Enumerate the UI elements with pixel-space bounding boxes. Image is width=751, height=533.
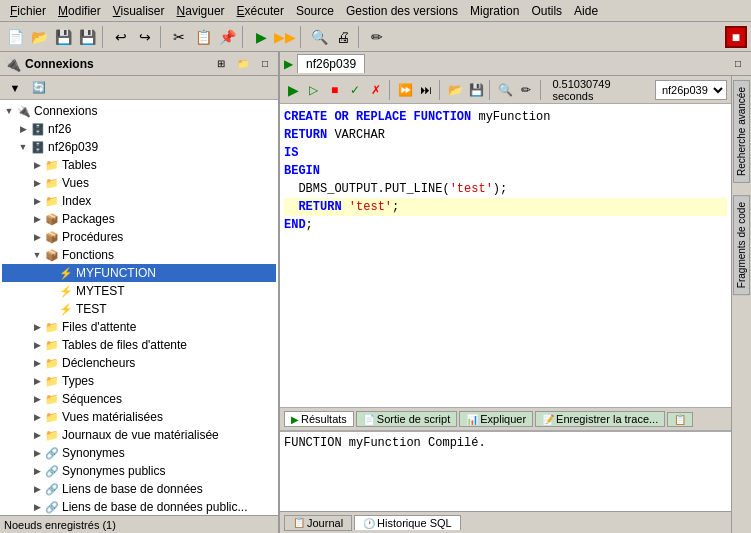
script-output-tab[interactable]: 📄 Sortie de script [356,411,457,427]
tree-item-synonymes_publics[interactable]: ▶🔗Synonymes publics [2,462,276,480]
menu-fichier[interactable]: Fichier [4,2,52,20]
run-sql-btn[interactable]: ▶ [284,80,303,100]
tree-item-tables_files[interactable]: ▶📁Tables de files d'attente [2,336,276,354]
save-button[interactable]: 💾 [52,26,74,48]
menu-visualiser[interactable]: Visualiser [107,2,171,20]
code-fragments-tab[interactable]: Fragments de code [733,195,750,295]
search-sql-btn[interactable]: 🔍 [496,80,515,100]
menu-aide[interactable]: Aide [568,2,604,20]
undo-button[interactable]: ↩ [110,26,132,48]
tree-item-journaux_vues[interactable]: ▶📁Journaux de vue matérialisée [2,426,276,444]
expand-icon-journaux_vues[interactable]: ▶ [30,428,44,442]
run-script-btn[interactable]: ▷ [305,80,324,100]
menu-executer[interactable]: Exécuter [231,2,290,20]
step-btn[interactable]: ⏩ [396,80,415,100]
print-button[interactable]: 🖨 [332,26,354,48]
expand-icon-test[interactable] [44,302,58,316]
save-all-button[interactable]: 💾 [76,26,98,48]
commit-btn[interactable]: ✓ [346,80,365,100]
right-maximize[interactable]: □ [729,55,747,73]
expand-icon-packages[interactable]: ▶ [30,212,44,226]
expand-icon-types[interactable]: ▶ [30,374,44,388]
advanced-search-tab[interactable]: Recherche avancée [733,80,750,183]
expand-icon-nf26[interactable]: ▶ [16,122,30,136]
cut-button[interactable]: ✂ [168,26,190,48]
tree-item-index[interactable]: ▶📁Index [2,192,276,210]
run-button[interactable]: ▶ [250,26,272,48]
tree-item-declencheurs[interactable]: ▶📁Déclencheurs [2,354,276,372]
tree-item-connexions[interactable]: ▼🔌Connexions [2,102,276,120]
menu-gestion[interactable]: Gestion des versions [340,2,464,20]
tree-item-nf26p039[interactable]: ▼🗄️nf26p039 [2,138,276,156]
tree-item-fonctions[interactable]: ▼📦Fonctions [2,246,276,264]
expand-icon-files_attente[interactable]: ▶ [30,320,44,334]
tree-item-tables[interactable]: ▶📁Tables [2,156,276,174]
expand-icon-vues_materialisees[interactable]: ▶ [30,410,44,424]
new-button[interactable]: 📄 [4,26,26,48]
stop-button[interactable]: ■ [725,26,747,48]
debug-button[interactable]: ▶▶ [274,26,296,48]
expand-icon-connexions[interactable]: ▼ [2,104,16,118]
tree-item-sequences[interactable]: ▶📁Séquences [2,390,276,408]
expand-icon-fonctions[interactable]: ▼ [30,248,44,262]
tree-item-packages[interactable]: ▶📦Packages [2,210,276,228]
expand-icon-myfunction[interactable] [44,266,58,280]
edit-btn[interactable]: ✏ [517,80,536,100]
tree-item-synonymes[interactable]: ▶🔗Synonymes [2,444,276,462]
expand-icon-liens_bdd_publics[interactable]: ▶ [30,500,44,514]
tree-item-mytest[interactable]: ⚡MYTEST [2,282,276,300]
tree-item-procedures[interactable]: ▶📦Procédures [2,228,276,246]
open-file-btn[interactable]: 📂 [446,80,465,100]
trace-tab[interactable]: 📝 Enregistrer la trace... [535,411,665,427]
stop-sql-btn[interactable]: ■ [325,80,344,100]
main-tab[interactable]: nf26p039 [297,54,365,73]
tree-item-files_attente[interactable]: ▶📁Files d'attente [2,318,276,336]
journal-tab[interactable]: 📋 Journal [284,515,352,531]
expand-icon-synonymes[interactable]: ▶ [30,446,44,460]
left-btn-1[interactable]: ⊞ [212,55,230,73]
connection-select[interactable]: nf26p039 [655,80,727,100]
expand-icon-mytest[interactable] [44,284,58,298]
refresh-icon[interactable]: 🔄 [28,77,50,99]
rollback-btn[interactable]: ✗ [367,80,386,100]
expand-icon-nf26p039[interactable]: ▼ [16,140,30,154]
menu-naviguer[interactable]: Naviguer [171,2,231,20]
tree-item-myfunction[interactable]: ⚡MYFUNCTION [2,264,276,282]
explain-tab[interactable]: 📊 Expliquer [459,411,533,427]
expand-icon-procedures[interactable]: ▶ [30,230,44,244]
left-maximize[interactable]: □ [256,55,274,73]
menu-source[interactable]: Source [290,2,340,20]
filter-icon[interactable]: ▼ [4,77,26,99]
results-tab[interactable]: ▶ Résultats [284,411,354,427]
sql-history-tab[interactable]: 🕐 Historique SQL [354,515,461,530]
redo-button[interactable]: ↪ [134,26,156,48]
expand-icon-tables[interactable]: ▶ [30,158,44,172]
tree-item-liens_bdd[interactable]: ▶🔗Liens de base de données [2,480,276,498]
menu-outils[interactable]: Outils [525,2,568,20]
pencil-button[interactable]: ✏ [366,26,388,48]
expand-icon-sequences[interactable]: ▶ [30,392,44,406]
menu-modifier[interactable]: Modifier [52,2,107,20]
expand-icon-declencheurs[interactable]: ▶ [30,356,44,370]
tree-item-liens_bdd_publics[interactable]: ▶🔗Liens de base de données public... [2,498,276,515]
expand-icon-liens_bdd[interactable]: ▶ [30,482,44,496]
expand-icon-synonymes_publics[interactable]: ▶ [30,464,44,478]
tree-item-vues_materialisees[interactable]: ▶📁Vues matérialisées [2,408,276,426]
step2-btn[interactable]: ⏭ [417,80,436,100]
expand-icon-index[interactable]: ▶ [30,194,44,208]
tree-item-nf26[interactable]: ▶🗄️nf26 [2,120,276,138]
tree-area[interactable]: ▼🔌Connexions▶🗄️nf26▼🗄️nf26p039▶📁Tables▶📁… [0,100,278,515]
search-button[interactable]: 🔍 [308,26,330,48]
expand-icon-tables_files[interactable]: ▶ [30,338,44,352]
tree-item-types[interactable]: ▶📁Types [2,372,276,390]
paste-button[interactable]: 📌 [216,26,238,48]
expand-icon-vues[interactable]: ▶ [30,176,44,190]
menu-migration[interactable]: Migration [464,2,525,20]
extra-tab[interactable]: 📋 [667,412,693,427]
left-btn-2[interactable]: 📁 [234,55,252,73]
copy-button[interactable]: 📋 [192,26,214,48]
code-editor[interactable]: CREATE OR REPLACE FUNCTION myFunction RE… [280,104,731,407]
open-button[interactable]: 📂 [28,26,50,48]
tree-item-test[interactable]: ⚡TEST [2,300,276,318]
save-file-btn[interactable]: 💾 [467,80,486,100]
